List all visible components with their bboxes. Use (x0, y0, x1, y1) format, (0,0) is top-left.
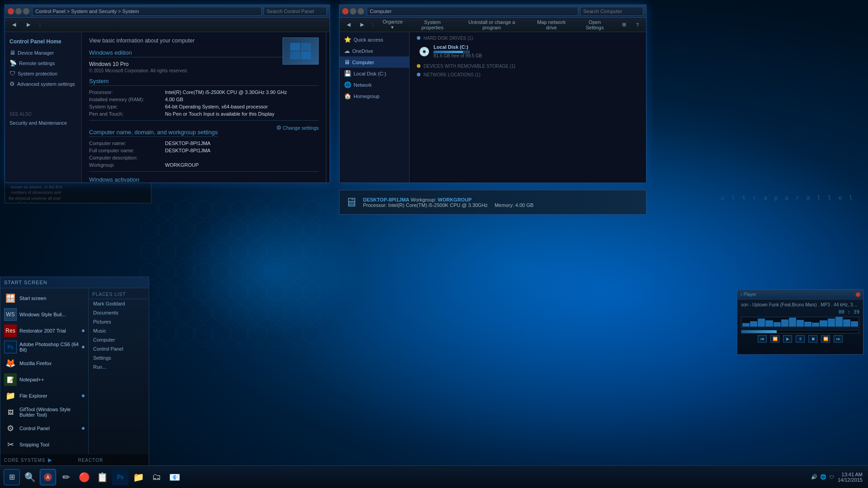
minimize-button[interactable] (15, 8, 22, 14)
sidebar-item-device-manager[interactable]: 🖥 Device Manager (5, 47, 81, 58)
nav-item-computer[interactable]: 🖥 Computer (340, 56, 409, 68)
taskbar-app-explorer[interactable]: 📁 (130, 469, 146, 485)
wave-bar-7 (789, 318, 796, 327)
organize-button[interactable]: Organize ▾ (378, 18, 408, 32)
taskbar-app-pen[interactable]: ✏ (58, 469, 74, 485)
search-input[interactable] (264, 7, 327, 16)
back-button[interactable]: ◀ (9, 20, 19, 29)
app-start-label: Start screen (19, 296, 85, 301)
place-settings[interactable]: Settings (89, 353, 149, 362)
system-properties-button[interactable]: System properties (410, 18, 454, 32)
device-manager-icon: 🖥 (9, 49, 15, 56)
nav-item-homegroup[interactable]: 🏠 Homegroup (340, 90, 409, 102)
network-locations-title: Network locations (1) (415, 72, 641, 77)
app-item-snipping[interactable]: ✂ Snipping Tool (0, 436, 88, 453)
close-button[interactable] (8, 8, 14, 14)
start-button[interactable]: ⊞ (4, 469, 20, 485)
app-item-explorer[interactable]: 📁 File Explorer (0, 388, 88, 404)
tray-icon-3[interactable]: 🛡 (829, 474, 834, 480)
sidebar-item-advanced-settings[interactable]: ⚙ Advanced system settings (5, 79, 81, 89)
wave-bar-14 (843, 319, 850, 327)
nav-item-network[interactable]: 🌐 Network (340, 79, 409, 90)
rewind-button[interactable]: ⏪ (770, 335, 779, 343)
nav-item-onedrive[interactable]: ☁ OneDrive (340, 45, 409, 56)
comp-info-mem-value: 4.00 GB (515, 202, 533, 208)
taskbar-search-icon[interactable]: 🔍 (22, 469, 38, 485)
change-settings-link[interactable]: ⚙ Change settings (276, 124, 319, 131)
app-item-controlpanel[interactable]: ⚙ Control Panel (0, 420, 88, 436)
svg-rect-5 (301, 52, 311, 59)
forward-button[interactable]: ▶ (23, 20, 34, 29)
drive-progress-fill (434, 51, 463, 53)
taskbar-app-task[interactable]: 📋 (94, 469, 110, 485)
removable-title: Devices with Removable Storage (1) (415, 64, 641, 69)
place-computer[interactable]: Computer (89, 335, 149, 344)
music-close-btn[interactable] (856, 292, 860, 297)
app-item-winstyle[interactable]: WS Windows Style Buil... (0, 306, 88, 323)
prev-button[interactable]: ⏮ (758, 335, 767, 343)
taskbar-app-outlook[interactable]: 📧 (166, 469, 183, 485)
tray-icon-1[interactable]: 🔊 (811, 474, 817, 480)
fast-forward-button[interactable]: ⏩ (821, 335, 830, 343)
place-music[interactable]: Music (89, 326, 149, 335)
taskbar-app-photoshop[interactable]: Ps (112, 469, 128, 485)
maximize-button[interactable] (23, 8, 29, 14)
app-item-firefox[interactable]: 🦊 Mozilla Firefox (0, 355, 88, 371)
sidebar-item-label: Remote settings (19, 61, 55, 66)
search-computer-input[interactable] (580, 7, 643, 16)
winstyle-icon: WS (4, 308, 17, 321)
scrollbar[interactable] (326, 32, 330, 183)
stop-button[interactable]: ⏹ (808, 335, 817, 343)
minimize-button-2[interactable] (350, 8, 356, 14)
place-documents[interactable]: Documents (89, 308, 149, 317)
places-header: PLACES LIST (89, 290, 149, 299)
uninstall-button[interactable]: Uninstall or change a program (458, 18, 527, 32)
nav-item-quick-access[interactable]: ⭐ Quick access (340, 34, 409, 45)
place-mark-goddard[interactable]: Mark Goddard (89, 299, 149, 308)
nav-item-local-disk[interactable]: 💾 Local Disk (C:) (340, 68, 409, 79)
close-button-2[interactable] (342, 8, 349, 14)
app-item-giftool[interactable]: 🖼 GifTool (Windows Style Builder Tool) (0, 404, 88, 420)
maximize-button-2[interactable] (358, 8, 364, 14)
app-item-restorator[interactable]: Res Restorator 2007 Trial (0, 323, 88, 339)
address-bar-2[interactable]: Computer (367, 7, 578, 16)
sidebar-item-remote-settings[interactable]: 📡 Remote settings (5, 58, 81, 68)
app-item-start[interactable]: 🪟 Start screen (0, 290, 88, 306)
forward-button-2[interactable]: ▶ (357, 20, 368, 29)
back-button-2[interactable]: ◀ (343, 20, 354, 29)
app-item-photoshop[interactable]: Ps Adobe Photoshop CS6 (64 Bit) (0, 339, 88, 355)
open-settings-button[interactable]: Open Settings (576, 18, 613, 32)
full-comp-name-label: Full computer name: (89, 148, 161, 153)
pause-button[interactable]: ⏸ (796, 335, 805, 343)
start-menu-footer: CORE SYSTEMS ▶ REACTOR (0, 455, 149, 465)
sidebar-item-security[interactable]: Security and Maintenance (5, 118, 81, 127)
place-run[interactable]: Run... (89, 362, 149, 371)
view-icons-button[interactable]: ⊞ (618, 20, 630, 29)
hard-disk-title: Hard Disk Drives (1) (415, 36, 641, 41)
sidebar-item-label: System protection (18, 71, 57, 76)
computer-content-area: Hard Disk Drives (1) 💿 Local Disk (C:) 8… (410, 32, 646, 183)
address-bar[interactable]: Control Panel > System and Security > Sy… (32, 7, 262, 16)
app-item-notepad[interactable]: 📝 Notepad++ (0, 371, 88, 388)
place-control-panel[interactable]: Control Panel (89, 344, 149, 353)
taskbar-app-antivirus[interactable]: A (40, 469, 56, 485)
taskbar-app-folder[interactable]: 🗂 (148, 469, 165, 485)
homegroup-label: Homegroup (354, 94, 379, 99)
network-locations-label: Network locations (1) (424, 72, 481, 77)
play-button[interactable]: ▶ (783, 335, 792, 343)
music-progress-slider[interactable] (741, 330, 859, 333)
help-button[interactable]: ? (632, 21, 642, 29)
control-panel-home[interactable]: Control Panel Home (5, 36, 81, 47)
comp-info-mem-label: Memory: (495, 202, 515, 208)
sidebar-item-system-protection[interactable]: 🛡 System protection (5, 68, 81, 79)
map-network-button[interactable]: Map network drive (529, 18, 574, 32)
next-button[interactable]: ⏭ (834, 335, 843, 343)
start-menu-places: PLACES LIST Mark Goddard Documents Pictu… (89, 288, 149, 455)
tray-icon-2[interactable]: 🌐 (820, 474, 826, 480)
local-disk-c-item[interactable]: 💿 Local Disk (C:) 81.6 GB free of 99.5 G… (415, 42, 641, 60)
music-progress-fill (741, 330, 777, 333)
windows-activation-title: Windows activation (89, 176, 319, 183)
app-giftool-label: GifTool (Windows Style Builder Tool) (19, 407, 85, 418)
taskbar-app-red[interactable]: 🔴 (76, 469, 92, 485)
place-pictures[interactable]: Pictures (89, 317, 149, 326)
